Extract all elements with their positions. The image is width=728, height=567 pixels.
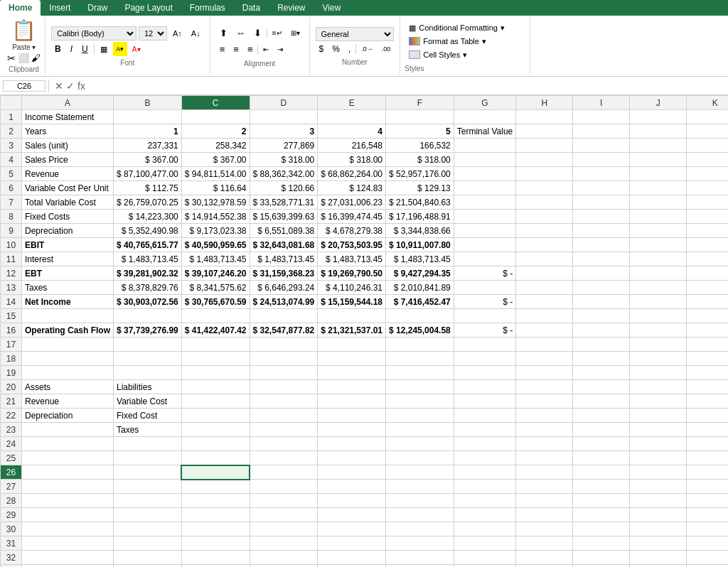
cell-E10[interactable]: $ 20,753,503.95 [318, 238, 386, 252]
cell-H17[interactable] [516, 338, 573, 352]
cell-D17[interactable] [250, 338, 318, 352]
cell-J11[interactable] [630, 252, 687, 266]
cell-D27[interactable] [250, 480, 318, 494]
cell-J29[interactable] [630, 508, 687, 522]
cell-B27[interactable] [114, 480, 182, 494]
cell-D33[interactable] [250, 565, 318, 568]
align-left-button[interactable]: ≡ [216, 42, 229, 57]
cell-A17[interactable] [22, 338, 114, 352]
cell-J24[interactable] [630, 437, 687, 451]
cell-G9[interactable] [454, 224, 515, 238]
cell-F27[interactable] [386, 480, 454, 494]
cell-J9[interactable] [630, 224, 687, 238]
cell-E27[interactable] [318, 480, 386, 494]
row-header-31[interactable]: 31 [1, 536, 22, 551]
cell-F1[interactable] [386, 110, 454, 124]
cell-A18[interactable] [22, 352, 114, 366]
cell-E19[interactable] [318, 366, 386, 380]
border-button[interactable]: ▦ [97, 42, 111, 56]
align-right-button[interactable]: ≡ [244, 42, 257, 57]
row-header-14[interactable]: 14 [1, 295, 22, 309]
cell-K28[interactable] [687, 494, 728, 508]
cell-E22[interactable] [318, 409, 386, 423]
cell-H24[interactable] [516, 437, 573, 451]
bold-button[interactable]: B [51, 43, 65, 55]
cell-C8[interactable]: $ 14,914,552.38 [181, 210, 250, 224]
cell-J20[interactable] [630, 380, 687, 394]
cell-H14[interactable] [516, 295, 573, 309]
cell-K6[interactable] [687, 181, 728, 195]
cell-D2[interactable]: 3 [250, 124, 318, 139]
format-as-table-dropdown-icon[interactable]: ▾ [482, 37, 486, 46]
cell-A16[interactable]: Operating Cash Flow [22, 323, 114, 338]
cell-D21[interactable] [250, 394, 318, 409]
tab-page-layout[interactable]: Page Layout [116, 0, 181, 16]
cell-C33[interactable] [181, 565, 250, 568]
cell-B6[interactable]: $ 112.75 [114, 181, 182, 195]
col-header-J[interactable]: J [630, 96, 687, 110]
cell-C1[interactable] [181, 110, 250, 124]
cell-H5[interactable] [516, 167, 573, 181]
cell-F24[interactable] [386, 437, 454, 451]
cell-F2[interactable]: 5 [386, 124, 454, 139]
row-header-25[interactable]: 25 [1, 451, 22, 465]
cell-B32[interactable] [114, 551, 182, 565]
cell-C19[interactable] [181, 366, 250, 380]
row-header-2[interactable]: 2 [1, 124, 22, 139]
cell-G17[interactable] [454, 338, 515, 352]
cell-I26[interactable] [573, 465, 630, 480]
currency-button[interactable]: $ [316, 43, 328, 55]
cell-D22[interactable] [250, 409, 318, 423]
cell-I6[interactable] [573, 181, 630, 195]
cell-A8[interactable]: Fixed Costs [22, 210, 114, 224]
fill-color-button[interactable]: A▾ [113, 42, 127, 56]
cell-J6[interactable] [630, 181, 687, 195]
cell-B26[interactable] [114, 465, 182, 480]
row-header-6[interactable]: 6 [1, 181, 22, 195]
cell-J32[interactable] [630, 551, 687, 565]
cell-E17[interactable] [318, 338, 386, 352]
cell-G32[interactable] [454, 551, 515, 565]
cell-F23[interactable] [386, 423, 454, 437]
cell-K1[interactable] [687, 110, 728, 124]
cell-H33[interactable] [516, 565, 573, 568]
cell-J15[interactable] [630, 309, 687, 323]
cell-K27[interactable] [687, 480, 728, 494]
align-center-button[interactable]: ≡ [230, 42, 242, 57]
cell-G23[interactable] [454, 423, 515, 437]
cell-C28[interactable] [181, 494, 250, 508]
cell-D4[interactable]: $ 318.00 [250, 153, 318, 167]
cell-G31[interactable] [454, 536, 515, 551]
cell-A10[interactable]: EBIT [22, 238, 114, 252]
cell-H11[interactable] [516, 252, 573, 266]
cell-J12[interactable] [630, 266, 687, 281]
cell-J28[interactable] [630, 494, 687, 508]
cell-E1[interactable] [318, 110, 386, 124]
cell-A28[interactable] [22, 494, 114, 508]
cell-E9[interactable]: $ 4,678,279.38 [318, 224, 386, 238]
cell-B15[interactable] [114, 309, 182, 323]
cell-A21[interactable]: Revenue [22, 394, 114, 409]
cell-A31[interactable] [22, 536, 114, 551]
font-grow-button[interactable]: A↑ [169, 28, 186, 39]
cell-B28[interactable] [114, 494, 182, 508]
cell-I30[interactable] [573, 522, 630, 536]
cell-D19[interactable] [250, 366, 318, 380]
cell-K26[interactable] [687, 465, 728, 480]
cell-H16[interactable] [516, 323, 573, 338]
cell-D14[interactable]: $ 24,513,074.99 [250, 295, 318, 309]
cell-K16[interactable] [687, 323, 728, 338]
cell-C22[interactable] [181, 409, 250, 423]
cell-F25[interactable] [386, 451, 454, 465]
cell-J30[interactable] [630, 522, 687, 536]
cell-K30[interactable] [687, 522, 728, 536]
cell-I4[interactable] [573, 153, 630, 167]
cell-E6[interactable]: $ 124.83 [318, 181, 386, 195]
cell-K13[interactable] [687, 281, 728, 295]
cell-A11[interactable]: Interest [22, 252, 114, 266]
cell-I1[interactable] [573, 110, 630, 124]
cell-I15[interactable] [573, 309, 630, 323]
cell-C3[interactable]: 258,342 [181, 139, 250, 153]
tab-home[interactable]: Home [0, 0, 41, 16]
row-header-27[interactable]: 27 [1, 480, 22, 494]
